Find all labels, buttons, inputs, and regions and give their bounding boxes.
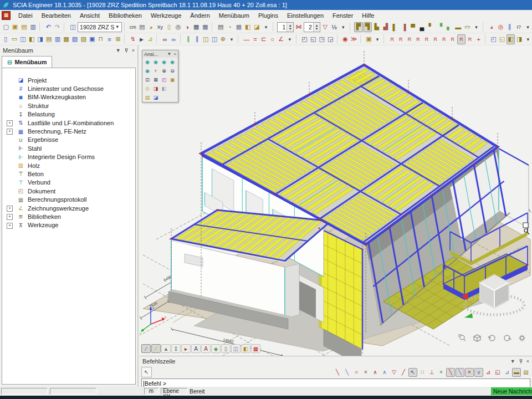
rotate-icon[interactable]: ◳ xyxy=(318,34,326,44)
palette-close-icon[interactable]: × xyxy=(173,52,176,57)
view-top-icon[interactable]: ◉ xyxy=(168,58,176,66)
snap-arc-icon[interactable]: ⊿ xyxy=(484,368,493,377)
more-arrow-icon[interactable]: ▾ xyxy=(524,34,532,44)
sidebar-item-berechnung-fe-netz[interactable]: +▦Berechnung, FE-Netz xyxy=(2,127,135,135)
work-plane-icon[interactable]: ⊿ xyxy=(146,34,155,44)
crosshair-icon[interactable]: + xyxy=(474,34,483,44)
print-view-alt-icon[interactable]: ◨ xyxy=(515,34,524,44)
flag-loads-icon[interactable]: ↧ xyxy=(171,344,181,353)
member-view-flag-2[interactable]: ▜ xyxy=(364,22,372,32)
member-view-flag-5[interactable]: ▌ xyxy=(391,22,399,32)
move-icon[interactable]: ◱ xyxy=(309,34,318,44)
more-arrow-icon[interactable]: ▾ xyxy=(228,34,236,44)
flag-member-labels-icon[interactable]: A xyxy=(191,344,201,353)
spinner-arrows[interactable]: ▲▼ xyxy=(287,23,293,32)
more-arrow-icon[interactable]: ▾ xyxy=(285,34,294,44)
activity-filter-icon[interactable]: ⋈ xyxy=(294,22,303,32)
snap-cross-icon[interactable]: × xyxy=(437,368,446,377)
sidebar-item-belastung[interactable]: ↧Belastung xyxy=(2,110,135,119)
table-alt-icon[interactable]: ▦ xyxy=(201,22,209,32)
snap-intersection-icon[interactable]: × xyxy=(465,368,474,377)
flag-mesh-icon[interactable]: ▦ xyxy=(251,344,260,353)
sidebar-item-holz[interactable]: ▥Holz xyxy=(2,161,135,170)
zoom-selection-icon[interactable]: ◰ xyxy=(160,76,168,84)
print-icon[interactable]: ▤ xyxy=(217,22,225,32)
tab-menubaum[interactable]: ⊟ Menübaum xyxy=(2,56,52,68)
project-combo[interactable]: 19028 ZRZ Spedition▼ xyxy=(78,22,122,32)
clip-box-icon[interactable]: ▤ xyxy=(144,94,151,101)
zoom-in-icon[interactable]: ⊕ xyxy=(160,67,168,75)
menu-bibliotheken[interactable]: Bibliotheken xyxy=(104,11,146,20)
sidebar-item-berechnungsprotokoll[interactable]: ▦Berechnungsprotokoll xyxy=(2,195,135,203)
support-spring-icon[interactable]: R xyxy=(440,34,448,44)
tree-expander-icon[interactable]: + xyxy=(7,214,13,220)
layers-icon[interactable]: ▤ xyxy=(137,22,146,32)
snap-tangent-icon[interactable]: ◱ xyxy=(493,368,502,377)
view-side-icon[interactable]: ◉ xyxy=(160,58,168,66)
layer-number-spinner[interactable]: 2▲▼ xyxy=(304,22,320,32)
member-layers-icon[interactable]: ≡ xyxy=(105,34,114,44)
tree-expander-icon[interactable]: + xyxy=(7,223,13,229)
snap-quadrant-icon[interactable]: ⊿ xyxy=(503,368,511,377)
member-view-flag-3[interactable]: ▙ xyxy=(372,22,381,32)
nav-orbit-alt-icon[interactable] xyxy=(503,334,511,342)
snap-delete-icon[interactable]: × xyxy=(361,368,370,377)
menu-plugins[interactable]: Plugins xyxy=(254,11,283,20)
member-bracing-icon[interactable]: ◧ xyxy=(28,34,36,44)
member-grid-icon[interactable]: ⊞ xyxy=(114,34,122,44)
folder-actions-icon[interactable]: ▣ xyxy=(365,34,373,44)
snap-peak-alt-icon[interactable]: ∧ xyxy=(380,368,389,377)
member-view-flag-12[interactable]: ▬ xyxy=(454,22,462,32)
draw-angle-icon[interactable]: ∠ xyxy=(277,34,285,44)
clip-filter-icon[interactable]: ▽ xyxy=(321,22,329,32)
view-glasses-alt-icon[interactable]: ∞ xyxy=(170,34,178,44)
flag-node-labels-icon[interactable]: A xyxy=(201,344,211,353)
member-opening-icon[interactable]: ▧ xyxy=(71,34,79,44)
model-3d-view[interactable]: 649675161458299562986zxy xyxy=(140,45,532,356)
member-view-flag-8[interactable]: ▄ xyxy=(418,22,426,32)
find-icon[interactable]: ◎ xyxy=(497,22,505,32)
snap-node-icon[interactable]: ∨ xyxy=(474,368,483,377)
open-file-icon[interactable]: ▣ xyxy=(11,22,19,32)
save-icon[interactable]: ▥ xyxy=(29,22,37,32)
clipboard-icon[interactable]: ▯ xyxy=(165,22,173,32)
zoom-window-icon[interactable]: ⊡ xyxy=(144,76,151,84)
node-icon[interactable]: ↯ xyxy=(129,34,137,44)
snap-triangle-icon[interactable]: ▽ xyxy=(390,368,398,377)
panel-close-icon[interactable]: × xyxy=(132,48,135,53)
zoom-all-icon[interactable]: ⊠ xyxy=(152,76,160,84)
photo-alt-icon[interactable]: ◧ xyxy=(160,85,168,93)
panel-close-icon[interactable]: × xyxy=(526,359,529,364)
render-ball-icon[interactable]: ◕ xyxy=(147,22,155,32)
support-hinged-icon[interactable]: R xyxy=(397,34,405,44)
member-view-flag-6[interactable]: ▐ xyxy=(400,22,408,32)
member-view-flag-9[interactable]: ▘ xyxy=(427,22,435,32)
sidebar-item-ergebnisse[interactable]: ∪Ergebnisse xyxy=(2,136,135,144)
draw-rect-icon[interactable]: ⊏ xyxy=(260,34,268,44)
print-view-icon[interactable]: ◧ xyxy=(507,34,515,44)
menu-datei[interactable]: Datei xyxy=(14,11,37,20)
member-view-flag-7[interactable]: ▀ xyxy=(408,22,417,32)
model-viewport[interactable]: 649675161458299562986zxy Ansi... ▼× ◉◉◉◉… xyxy=(140,45,532,356)
member-subregion-icon[interactable]: ▨ xyxy=(79,34,88,44)
sidebar-item-zeichnungswerkzeuge[interactable]: +∠Zeichnungswerkzeuge xyxy=(2,204,135,212)
member-shell-icon[interactable]: ▩ xyxy=(62,34,70,44)
info-icon[interactable]: I? xyxy=(514,22,523,32)
nav-orbit-icon[interactable] xyxy=(488,334,497,342)
member-panel-icon[interactable]: ▣ xyxy=(88,34,96,44)
snap-diagonal-icon[interactable]: ╱ xyxy=(399,368,408,377)
grid-dots-icon[interactable]: ∷ xyxy=(418,368,427,377)
view-params-icon[interactable]: ◪ xyxy=(152,94,160,101)
menu-einstellungen[interactable]: Einstellungen xyxy=(283,11,328,20)
menu-ansicht[interactable]: Ansicht xyxy=(75,11,104,20)
window-titlebar[interactable]: SCIA Engineer 18.1.3035 - [19028 ZRZ Spe… xyxy=(0,0,532,10)
member-view-flag-10[interactable]: ▝ xyxy=(436,22,444,32)
sidebar-item-beton[interactable]: ⊤Beton xyxy=(2,170,135,178)
flag-render-icon[interactable]: ◈ xyxy=(211,344,221,353)
support-delete-icon[interactable]: R xyxy=(449,34,457,44)
sidebar-item-verbund[interactable]: ⊤Verbund xyxy=(2,178,135,187)
sidebar-item-linienraster-und-geschosse[interactable]: #Linienraster und Geschosse xyxy=(2,84,135,93)
sidebar-item-projekt[interactable]: ◪Projekt xyxy=(2,76,135,84)
member-view-flag-11[interactable]: ▖ xyxy=(445,22,453,32)
table-icon[interactable]: ▦ xyxy=(192,22,201,32)
